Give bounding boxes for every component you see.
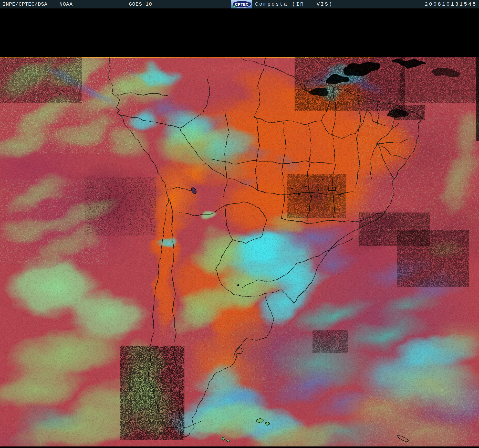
satellite-map-area [0,57,479,446]
timestamp-label: 200810131545 [425,0,477,8]
agency-label: INPE/CPTEC/DSA [3,0,47,8]
screenshot-root: { "header": { "agency": "INPE/CPTEC/DSA"… [0,0,479,448]
operator-label: NOAA [59,0,73,8]
satellite-label: GOES-10 [129,0,152,8]
bottom-black-strip [0,446,479,448]
header-bar: INPE/CPTEC/DSA NOAA GOES-10 CPTEC Compos… [0,0,479,8]
satellite-map [0,57,479,446]
cptec-logo: CPTEC [231,0,252,8]
product-label: Composta (IR - VIS) [255,0,333,8]
logo-text: CPTEC [235,2,248,6]
no-data-band [0,8,479,57]
grain-layer [0,57,479,446]
